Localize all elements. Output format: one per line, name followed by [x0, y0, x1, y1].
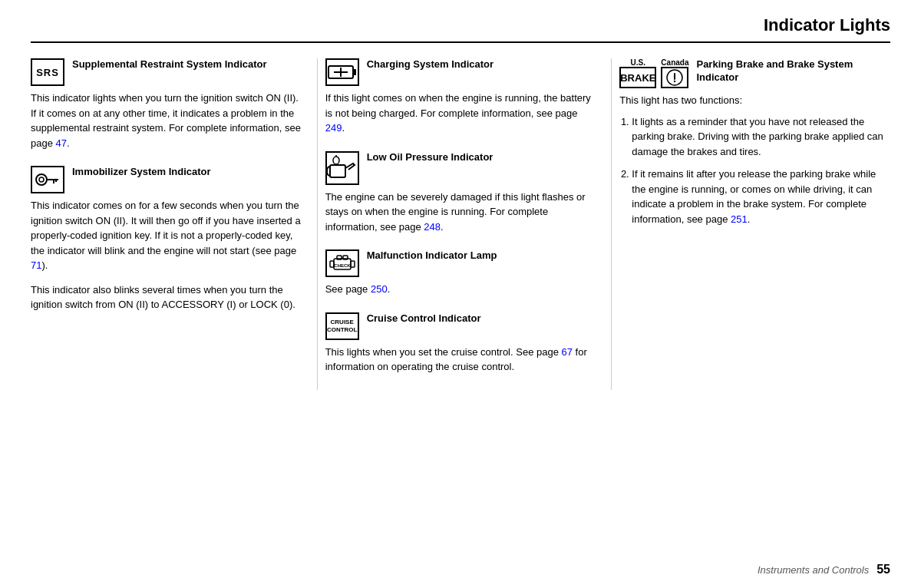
brake-list-text-1: It lights as a reminder that you have no…: [632, 116, 883, 157]
brake-list: It lights as a reminder that you have no…: [619, 114, 890, 227]
immobilizer-header: Immobilizer System Indicator: [31, 166, 302, 193]
battery-svg: [328, 64, 357, 81]
column-3: U.S. BRAKE Canada: [612, 58, 890, 390]
immobilizer-section: Immobilizer System Indicator This indica…: [31, 166, 302, 312]
svg-rect-14: [351, 261, 355, 267]
oil-can-svg: [327, 154, 358, 182]
brake-canada-box: [661, 67, 688, 88]
oil-icon: [325, 151, 359, 185]
check-body: See page 250.: [325, 282, 596, 297]
brake-list-item-1: It lights as a reminder that you have no…: [632, 114, 890, 160]
immobilizer-link[interactable]: 71: [31, 259, 41, 271]
brake-intro: This light has two functions:: [619, 93, 890, 108]
brake-us-box: BRAKE: [619, 67, 656, 88]
oil-title: Low Oil Pressure Indicator: [367, 151, 494, 164]
svg-rect-16: [343, 256, 348, 259]
cruise-header: CRUISECONTROL Cruise Control Indicator: [325, 312, 596, 340]
svg-rect-13: [330, 261, 334, 267]
check-engine-icon: CHECK: [325, 249, 359, 277]
immobilizer-body: This indicator comes on for a few second…: [31, 198, 302, 273]
page-title: Indicator Lights: [764, 15, 890, 35]
page-header: Indicator Lights: [31, 15, 890, 43]
brake-canada: Canada: [661, 58, 688, 88]
cruise-body-text: This lights when you set the cruise cont…: [325, 346, 562, 358]
cruise-title: Cruise Control Indicator: [367, 312, 481, 325]
brake-us: U.S. BRAKE: [619, 58, 656, 88]
oil-body-after: .: [441, 221, 444, 233]
srs-body-after: .: [67, 137, 70, 149]
key-icon: [31, 166, 64, 193]
page-container: Indicator Lights SRS Supplemental Restra…: [0, 0, 921, 421]
svg-text:CHECK: CHECK: [334, 263, 351, 268]
srs-title: Supplemental Restraint System Indicator: [72, 58, 267, 71]
footer-section-text: Instruments and Controls: [758, 564, 869, 576]
check-engine-svg: CHECK: [328, 253, 357, 274]
srs-body: This indicator lights when you turn the …: [31, 91, 302, 150]
oil-section: Low Oil Pressure Indicator The engine ca…: [325, 151, 596, 235]
svg-point-20: [674, 81, 675, 82]
svg-point-1: [39, 177, 44, 182]
oil-body-text: The engine can be severely damaged if th…: [325, 191, 586, 233]
oil-body: The engine can be severely damaged if th…: [325, 190, 596, 235]
brake-canada-label: Canada: [661, 58, 688, 67]
cruise-icon-text: CRUISECONTROL: [327, 319, 358, 333]
exclamation-svg: [665, 68, 684, 87]
charging-title: Charging System Indicator: [367, 58, 494, 71]
svg-rect-6: [353, 69, 356, 75]
srs-section: SRS Supplemental Restraint System Indica…: [31, 58, 302, 150]
srs-icon-text: SRS: [36, 67, 59, 78]
page-footer: Instruments and Controls 55: [758, 563, 890, 576]
srs-link[interactable]: 47: [56, 137, 67, 149]
immobilizer-title: Immobilizer System Indicator: [72, 166, 211, 179]
brake-link[interactable]: 251: [731, 213, 748, 225]
charging-body-after: .: [342, 122, 345, 134]
brake-section: U.S. BRAKE Canada: [619, 58, 890, 226]
cruise-link[interactable]: 67: [562, 346, 573, 358]
check-header: CHECK Malfunction Indicator Lamp: [325, 249, 596, 277]
footer-page-number: 55: [876, 563, 890, 576]
srs-icon: SRS: [31, 58, 64, 86]
column-2: Charging System Indicator If this light …: [318, 58, 612, 390]
check-body-text: See page: [325, 283, 371, 295]
oil-header: Low Oil Pressure Indicator: [325, 151, 596, 185]
columns-layout: SRS Supplemental Restraint System Indica…: [31, 58, 890, 390]
charging-icon: [325, 58, 359, 86]
svg-rect-9: [330, 165, 345, 177]
charging-body: If this light comes on when the engine i…: [325, 91, 596, 136]
check-section: CHECK Malfunction Indicator Lamp See pag…: [325, 249, 596, 297]
check-body-after: .: [388, 283, 391, 295]
check-link[interactable]: 250: [371, 283, 388, 295]
charging-link[interactable]: 249: [325, 122, 342, 134]
svg-point-10: [333, 157, 339, 164]
charging-body-text: If this light comes on when the engine i…: [325, 92, 591, 119]
brake-list-item-2: If it remains lit after you release the …: [632, 167, 890, 226]
cruise-icon: CRUISECONTROL: [325, 312, 359, 340]
brake-title: Parking Brake and Brake System Indicator: [696, 58, 890, 84]
immobilizer-extra: This indicator also blinks several times…: [31, 282, 302, 312]
column-1: SRS Supplemental Restraint System Indica…: [31, 58, 318, 390]
srs-header: SRS Supplemental Restraint System Indica…: [31, 58, 302, 86]
brake-us-label: U.S.: [631, 58, 645, 67]
brake-icons: U.S. BRAKE Canada: [619, 58, 688, 88]
charging-section: Charging System Indicator If this light …: [325, 58, 596, 136]
immobilizer-body-after: ).: [41, 259, 48, 271]
cruise-body: This lights when you set the cruise cont…: [325, 345, 596, 375]
svg-point-0: [36, 174, 47, 185]
charging-header: Charging System Indicator: [325, 58, 596, 86]
brake-header: U.S. BRAKE Canada: [619, 58, 890, 88]
srs-body-text: This indicator lights when you turn the …: [31, 92, 301, 149]
immobilizer-body-text: This indicator comes on for a few second…: [31, 200, 301, 256]
oil-link[interactable]: 248: [424, 221, 441, 233]
key-svg: [35, 171, 60, 188]
cruise-section: CRUISECONTROL Cruise Control Indicator T…: [325, 312, 596, 375]
svg-rect-15: [337, 256, 342, 259]
check-title: Malfunction Indicator Lamp: [367, 249, 497, 263]
